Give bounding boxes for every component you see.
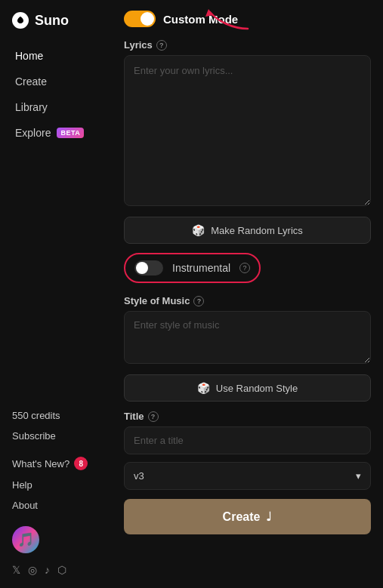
instagram-icon[interactable]: ◎ xyxy=(28,564,37,576)
instrumental-toggle[interactable] xyxy=(134,260,163,276)
style-section-label: Style of Music ? xyxy=(124,295,371,306)
title-help-icon[interactable]: ? xyxy=(148,411,159,422)
make-random-lyrics-button[interactable]: 🎲 Make Random Lyrics xyxy=(124,217,371,244)
sidebar-item-explore[interactable]: Explore BETA xyxy=(6,121,106,145)
sidebar-item-create[interactable]: Create xyxy=(6,69,106,94)
instrumental-help-icon[interactable]: ? xyxy=(239,263,250,273)
beta-badge: BETA xyxy=(57,128,84,138)
whats-new-link[interactable]: What's New? 8 xyxy=(12,454,100,473)
notification-badge: 8 xyxy=(74,457,88,470)
about-link[interactable]: About xyxy=(12,497,100,514)
logo-icon xyxy=(12,12,29,29)
explore-label: Explore xyxy=(15,127,51,139)
instrumental-knob xyxy=(136,262,148,274)
music-note-icon: ♩ xyxy=(266,509,272,524)
lyrics-input[interactable] xyxy=(124,55,371,206)
instrumental-row[interactable]: Instrumental ? xyxy=(124,253,261,283)
social-links: 𝕏 ◎ ♪ ⬡ xyxy=(12,556,100,579)
version-select[interactable]: v3 ▾ xyxy=(124,462,371,490)
chevron-down-icon: ▾ xyxy=(356,470,361,482)
credits-text: 550 credits xyxy=(12,407,100,424)
twitter-icon[interactable]: 𝕏 xyxy=(12,564,20,576)
toggle-knob xyxy=(141,12,154,26)
title-input[interactable] xyxy=(124,426,371,454)
instrumental-label: Instrumental xyxy=(172,262,230,274)
version-value: v3 xyxy=(134,470,144,482)
create-label: Create xyxy=(223,510,261,524)
avatar[interactable]: 🎵 xyxy=(12,526,39,553)
make-random-lyrics-label: Make Random Lyrics xyxy=(211,225,303,236)
style-help-icon[interactable]: ? xyxy=(193,296,204,306)
sidebar: Suno Home Create Library Explore BETA 55… xyxy=(0,0,112,588)
create-button[interactable]: Create ♩ xyxy=(124,499,371,534)
main-content: Custom Mode Lyrics ? 🎲 Make Random Lyric… xyxy=(112,0,383,588)
custom-mode-label: Custom Mode xyxy=(163,13,238,26)
create-label: Create xyxy=(15,75,47,88)
whats-new-label: What's New? xyxy=(12,458,69,469)
sidebar-bottom: 550 credits Subscribe What's New? 8 Help… xyxy=(0,407,112,579)
tiktok-icon[interactable]: ♪ xyxy=(45,564,50,576)
style-input[interactable] xyxy=(124,311,371,364)
sidebar-item-home[interactable]: Home xyxy=(6,44,106,68)
discord-icon[interactable]: ⬡ xyxy=(57,564,66,576)
help-link[interactable]: Help xyxy=(12,476,100,494)
use-random-style-label: Use Random Style xyxy=(216,383,298,394)
use-random-style-button[interactable]: 🎲 Use Random Style xyxy=(124,374,371,402)
sidebar-nav: Home Create Library Explore BETA xyxy=(0,44,112,145)
dice-icon: 🎲 xyxy=(192,224,205,236)
subscribe-link[interactable]: Subscribe xyxy=(12,427,100,445)
lyrics-section-label: Lyrics ? xyxy=(124,39,371,51)
custom-mode-row: Custom Mode xyxy=(124,11,371,27)
title-section-label: Title ? xyxy=(124,411,371,422)
custom-mode-toggle[interactable] xyxy=(124,11,156,27)
logo-text: Suno xyxy=(35,13,69,29)
library-label: Library xyxy=(15,101,48,113)
home-label: Home xyxy=(15,50,43,62)
lyrics-help-icon[interactable]: ? xyxy=(156,40,167,51)
logo-area: Suno xyxy=(0,12,112,44)
style-dice-icon: 🎲 xyxy=(197,382,210,394)
sidebar-item-library[interactable]: Library xyxy=(6,95,106,119)
